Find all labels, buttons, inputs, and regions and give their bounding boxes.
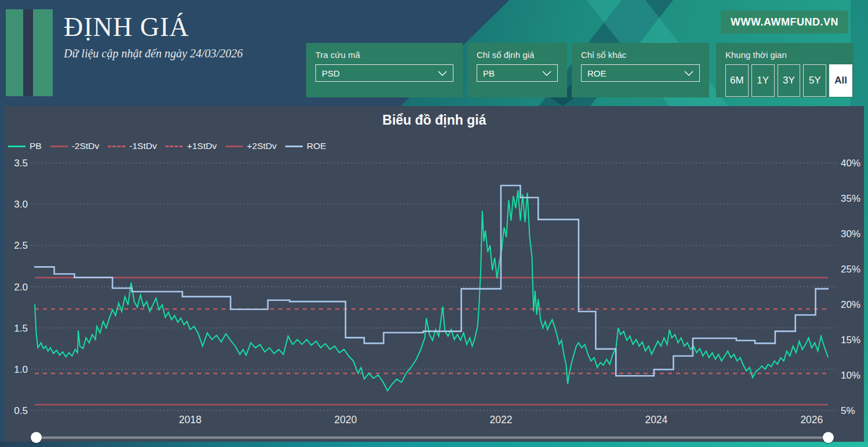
x-axis-tick: 2022 (489, 414, 512, 426)
chevron-down-icon (684, 71, 693, 76)
slider-handle-left[interactable] (31, 432, 42, 443)
chevron-down-icon (438, 71, 447, 76)
valuation-metric-select[interactable]: PB (477, 64, 558, 82)
chart-panel: Biểu đồ định giá PB-2StDv-1StDv+1StDv+2S… (5, 106, 864, 442)
timeframe-buttons: 6M1Y3Y5YAll (725, 64, 852, 97)
logo-bar (6, 9, 23, 96)
slider-track[interactable] (31, 437, 833, 439)
timeframe-button-all[interactable]: All (829, 64, 852, 97)
left-axis-tick: 1.5 (14, 323, 28, 334)
logo-bar (23, 9, 33, 96)
logo-bar (33, 9, 53, 96)
page-subtitle: Dữ liệu cập nhật đến ngày 24/03/2026 (64, 47, 243, 60)
right-axis-tick: 40% (841, 158, 860, 169)
ticker-select-value: PSD (322, 68, 438, 78)
right-axis-tick: 15% (841, 335, 860, 346)
x-axis-tick: 2024 (645, 414, 667, 426)
timeframe-button-1y[interactable]: 1Y (751, 64, 775, 97)
right-axis-tick: 10% (841, 370, 860, 381)
other-metric-panel: Chỉ số khác ROE (572, 43, 709, 97)
right-axis-tick: 25% (841, 264, 860, 275)
series-roe-line (35, 186, 828, 376)
valuation-metric-select-value: PB (483, 68, 542, 78)
right-axis-tick: 35% (841, 193, 860, 204)
timeframe-button-5y[interactable]: 5Y (803, 64, 826, 97)
timeframe-label: Khung thời gian (725, 50, 852, 60)
timeframe-button-6m[interactable]: 6M (725, 64, 749, 97)
website-badge[interactable]: WWW.AWMFUND.VN (721, 10, 848, 34)
slider-handle-right[interactable] (823, 432, 834, 443)
x-axis-tick: 2020 (334, 414, 357, 426)
ticker-select[interactable]: PSD (315, 64, 453, 82)
valuation-metric-label: Chỉ số định giá (477, 50, 558, 60)
right-axis-tick: 30% (841, 228, 860, 239)
other-metric-select-value: ROE (587, 68, 684, 78)
page-title: ĐỊNH GIÁ (64, 13, 243, 42)
left-axis-tick: 3.5 (14, 158, 28, 169)
timeframe-button-3y[interactable]: 3Y (778, 64, 801, 97)
other-metric-label: Chỉ số khác (581, 50, 700, 60)
title-block: ĐỊNH GIÁ Dữ liệu cập nhật đến ngày 24/03… (64, 13, 243, 60)
logo (6, 9, 53, 96)
left-axis-tick: 0.5 (14, 405, 28, 416)
valuation-dashboard: ĐỊNH GIÁ Dữ liệu cập nhật đến ngày 24/03… (0, 0, 868, 447)
left-axis-tick: 1.0 (14, 364, 28, 375)
ticker-label: Tra cứu mã (315, 50, 453, 60)
chevron-down-icon (542, 71, 551, 76)
other-metric-select[interactable]: ROE (581, 64, 700, 82)
x-axis-tick: 2026 (800, 414, 823, 426)
left-axis-tick: 3.0 (14, 199, 28, 210)
timeframe-panel: Khung thời gian 6M1Y3Y5YAll (716, 43, 854, 97)
valuation-chart: 3.53.02.52.01.51.00.540%35%30%25%20%15%1… (5, 106, 864, 442)
right-axis-tick: 20% (841, 299, 860, 310)
ticker-panel: Tra cứu mã PSD (306, 43, 463, 97)
left-axis-tick: 2.0 (14, 282, 28, 293)
right-axis-tick: 5% (841, 405, 855, 416)
left-axis-tick: 2.5 (14, 240, 28, 251)
series-pb-line (35, 190, 828, 391)
date-range-slider (5, 431, 864, 443)
x-axis-tick: 2018 (179, 414, 202, 426)
valuation-metric-panel: Chỉ số định giá PB (467, 43, 567, 97)
